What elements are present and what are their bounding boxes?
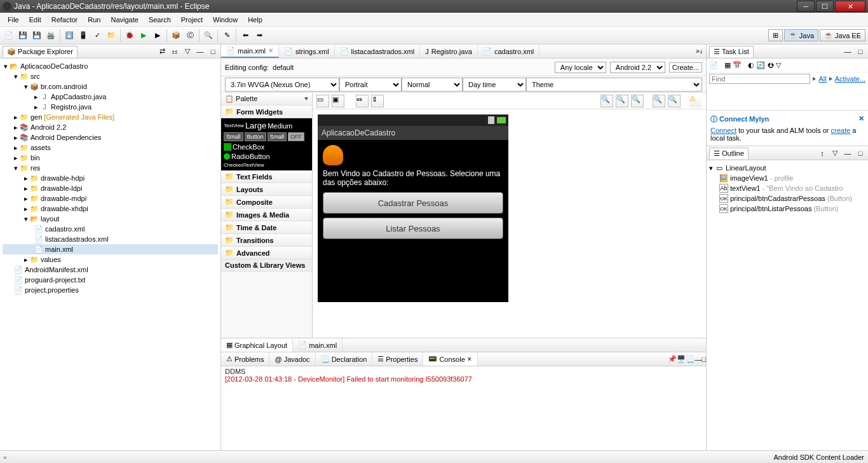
console-output[interactable]: DDMS [2012-03-28 01:43:18 - DeviceMonito… [221,366,706,450]
categorize-icon[interactable]: ▦ [724,61,731,69]
menu-edit[interactable]: Edit [24,15,46,25]
widget-textview[interactable]: TextView [224,123,244,128]
profile-image[interactable] [323,145,343,165]
tab-cadastro-xml[interactable]: 📄 cadastro.xml [478,45,539,58]
view-menu-icon[interactable]: ▽ [776,61,781,69]
daynight-select[interactable]: Day time [463,78,526,92]
new-package-button[interactable]: 📦 [170,29,182,42]
menu-search[interactable]: Search [144,15,176,25]
tab-strings-xml[interactable]: 📄 strings.xml [279,45,335,58]
menu-window[interactable]: Window [208,15,243,25]
palette-cat-advanced[interactable]: 📁 Advanced [221,247,312,259]
connect-link[interactable]: Connect [710,127,736,134]
project-node[interactable]: AplicacaoDeCadastro [20,62,88,70]
tab-problems[interactable]: ⚠ Problems [221,352,269,366]
console-minimize-icon[interactable]: — [695,356,702,363]
maximize-icon[interactable]: □ [208,46,218,57]
xhdpi-node[interactable]: drawable-xhdpi [41,205,88,212]
package-explorer-tree[interactable]: ▾📂AplicacaoDeCadastro ▾📁src ▾📦br.com.and… [0,59,220,450]
proguard-node[interactable]: proguard-project.txt [25,276,85,284]
palette-cat-layouts[interactable]: 📁 Layouts [221,183,312,196]
perspective-javaee[interactable]: ☕ Java EE [820,29,865,41]
palette-cat-form-widgets[interactable]: 📁 Form Widgets [221,106,312,118]
run-last-button[interactable]: ▶ [151,29,164,42]
props-node[interactable]: project.properties [25,286,79,294]
new-task-icon[interactable]: 📄 [709,61,718,69]
avd-button[interactable]: 📱 [77,29,90,42]
save-all-button[interactable]: 💾 [31,29,43,42]
gen-node[interactable]: gen [31,113,42,121]
collapse-all-icon[interactable]: ⇄ [157,46,167,57]
widget-large[interactable]: Large [245,121,266,130]
sdk-button[interactable]: ⬇️ [63,29,76,42]
tab-main-xml[interactable]: 📄 main.xml✕ [221,45,279,58]
collapse-icon[interactable]: ⮋ [767,62,774,69]
tab-graphical-layout[interactable]: ▦ Graphical Layout [221,338,293,352]
outline-btn-listar[interactable]: principal/btnListarPessoas [730,205,811,212]
menu-run[interactable]: Run [83,15,105,25]
bin-node[interactable]: bin [31,154,40,162]
outline-btn-cadastrar[interactable]: principal/btnCadastrarPessoas [730,195,825,202]
manifest-node[interactable]: AndroidManifest.xml [25,266,88,273]
hdpi-node[interactable]: drawable-hdpi [41,174,85,182]
layout-node[interactable]: layout [41,215,59,223]
zoom-in-button[interactable]: 🔍 [668,95,681,107]
save-button[interactable]: 💾 [17,29,29,42]
forward-button[interactable]: ➡ [253,29,266,42]
minimize-icon[interactable]: — [843,148,853,158]
dock-select[interactable]: Normal [402,78,463,92]
schedule-icon[interactable]: 📅 [733,61,742,69]
device-select[interactable]: 3.7in WVGA (Nexus One) [225,78,339,92]
zoom-out-button[interactable]: 🔍 [653,95,665,107]
minimize-button[interactable]: ─ [797,1,815,12]
toggle-button[interactable]: ✎ [220,29,233,42]
menu-project[interactable]: Project [176,15,208,25]
menu-refactor[interactable]: Refactor [46,15,83,25]
cadastro-xml-node[interactable]: cadastro.xml [45,225,85,233]
create-button[interactable]: Create... [669,62,702,73]
run-button[interactable]: ▶ [137,29,150,42]
console-open-icon[interactable]: 📃 [686,355,695,363]
deps-node[interactable]: Android Dependencies [31,134,101,141]
theme-select[interactable]: Theme [526,78,702,92]
link-editor-icon[interactable]: ⚏ [170,46,180,57]
menu-navigate[interactable]: Navigate [105,15,143,25]
outline-tree[interactable]: ▾▭LinearLayout 🖼️imageView1 - profile Ab… [707,160,868,450]
maximize-button[interactable]: ☐ [816,1,834,12]
palette-cat-custom[interactable]: Custom & Library Views [221,259,312,272]
maximize-icon[interactable]: □ [855,148,865,158]
outline-textview[interactable]: textView1 [730,184,761,192]
zoom-fit-button[interactable]: 🔍 [616,95,628,107]
console-pin-icon[interactable]: 📌 [668,355,677,363]
tab-console[interactable]: 📟 Console ✕ [423,352,477,366]
tab-registro-java[interactable]: J Registro.java [420,45,478,58]
zoom-100-button[interactable]: 🔍 [631,95,644,107]
welcome-text[interactable]: Bem Vindo ao Cadastro de Pessoas. Seleci… [320,168,506,188]
ldpi-node[interactable]: drawable-ldpi [41,184,82,192]
close-icon[interactable]: ✕ [268,47,273,54]
assets-node[interactable]: assets [31,144,51,151]
all-link[interactable]: All [818,75,826,83]
widget-medium[interactable]: Medium [268,122,292,130]
widget-button[interactable]: Button [245,132,266,141]
warning-icon[interactable]: ⚠ [689,95,702,107]
new-class-button[interactable]: Ⓒ [184,29,196,42]
view-menu-icon[interactable]: ▽ [830,148,840,158]
create-task-link[interactable]: create [831,127,851,134]
maximize-icon[interactable]: □ [855,46,865,57]
button-cadastrar[interactable]: Cadastrar Pessoas [323,192,503,214]
target-select[interactable]: Android 2.2 [610,62,665,73]
close-icon[interactable]: ✕ [858,114,864,124]
menu-file[interactable]: File [3,15,24,25]
lista-xml-node[interactable]: listacadastrados.xml [45,235,109,243]
focus-icon[interactable]: ◐ [748,61,754,69]
close-button[interactable]: ✕ [835,1,865,12]
back-button[interactable]: ⬅ [239,29,252,42]
view-menu-icon[interactable]: ▽ [182,46,193,57]
perspective-java[interactable]: ☕ Java [784,29,818,41]
overflow-indicator[interactable]: »₁ [692,47,706,55]
orientation-select[interactable]: Portrait [339,78,402,92]
menu-help[interactable]: Help [243,15,268,25]
expand-button[interactable]: ⇔ [356,95,369,107]
lint-button[interactable]: ✓ [91,29,104,42]
